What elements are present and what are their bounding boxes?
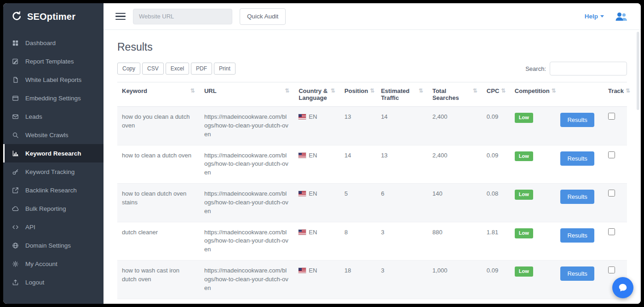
sidebar-item-logout[interactable]: Logout: [3, 273, 104, 291]
country-language-cell: EN: [294, 107, 340, 145]
column-header-keyword[interactable]: Keyword⇅: [117, 82, 200, 107]
sidebar-item-bulk-reporting[interactable]: Bulk Reporting: [3, 199, 104, 218]
competition-cell: Low: [510, 222, 556, 261]
sort-icon: ⇅: [190, 87, 195, 94]
results-page: Results CopyCSVExcelPDFPrint Search: Key…: [104, 30, 641, 304]
track-checkbox[interactable]: [608, 228, 615, 235]
hamburger-menu-icon[interactable]: [115, 13, 126, 20]
estimated-traffic-cell: 13: [376, 145, 428, 184]
track-checkbox[interactable]: [608, 113, 615, 120]
chat-widget-button[interactable]: [612, 277, 633, 298]
export-copy-button[interactable]: Copy: [117, 63, 140, 75]
sidebar-item-keyword-tracking[interactable]: Keyword Tracking: [3, 162, 104, 181]
results-button[interactable]: Results: [560, 266, 594, 281]
api-icon: [12, 223, 19, 231]
search-wrap: Search:: [525, 62, 627, 75]
search-input[interactable]: [550, 62, 627, 75]
url-cell: https://madeincookware.com/blogs/how-to-…: [200, 184, 294, 222]
sidebar-item-domain-settings[interactable]: Domain Settings: [3, 236, 104, 255]
position-cell: 14: [340, 145, 376, 184]
sidebar-item-api[interactable]: API: [3, 218, 104, 236]
competition-badge: Low: [515, 151, 533, 162]
embedding-settings-icon: [12, 94, 19, 102]
total-searches-cell: 140: [428, 184, 482, 222]
sort-icon: ⇅: [501, 87, 506, 94]
sidebar-item-white-label-reports[interactable]: White Label Reports: [3, 70, 104, 89]
competition-badge: Low: [515, 190, 533, 200]
export-pdf-button[interactable]: PDF: [191, 63, 212, 75]
results-button[interactable]: Results: [560, 113, 594, 127]
track-cell: [604, 184, 627, 222]
action-cell: Results: [556, 184, 604, 222]
url-cell: https://madeincookware.com/blogs/how-to-…: [200, 107, 294, 145]
language-code: EN: [309, 190, 317, 197]
cpc-cell: 1.81: [482, 222, 510, 261]
sidebar-item-label: Logout: [25, 279, 44, 286]
sidebar-item-report-templates[interactable]: Report Templates: [3, 52, 104, 70]
us-flag-icon: [299, 191, 306, 196]
us-flag-icon: [299, 230, 306, 235]
column-header-cpc[interactable]: CPC⇅: [482, 82, 510, 107]
brand-name: SEOptimer: [27, 12, 75, 22]
sort-icon: ⇅: [285, 87, 289, 94]
track-checkbox[interactable]: [608, 266, 615, 273]
table-header-row: Keyword⇅URL⇅Country & Language⇅Position⇅…: [117, 82, 627, 107]
sidebar-item-label: Backlink Research: [25, 187, 77, 194]
sidebar: SEOptimer DashboardReport TemplatesWhite…: [3, 3, 104, 304]
total-searches-cell: 880: [428, 299, 482, 304]
competition-cell: Low: [510, 261, 556, 299]
vertical-scrollbar[interactable]: [636, 31, 640, 302]
sidebar-item-embedding-settings[interactable]: Embedding Settings: [3, 89, 104, 107]
column-label: Position: [345, 87, 368, 94]
column-label: Country & Language: [299, 87, 329, 101]
scrollbar-thumb[interactable]: [637, 32, 639, 110]
export-print-button[interactable]: Print: [214, 63, 236, 75]
sort-icon: ⇅: [331, 87, 335, 101]
sidebar-item-keyword-research[interactable]: Keyword Research: [3, 144, 104, 162]
seoptimer-logo-icon: [11, 11, 23, 23]
results-button[interactable]: Results: [560, 151, 594, 166]
results-button[interactable]: Results: [560, 190, 594, 204]
caret-down-icon: [600, 15, 604, 17]
sidebar-item-dashboard[interactable]: Dashboard: [3, 34, 104, 52]
table-row: how to clean a dutch ovenhttps://madeinc…: [117, 145, 627, 184]
column-header-track[interactable]: Track⇅: [604, 82, 627, 107]
column-header-competition[interactable]: Competition⇅: [510, 82, 556, 107]
action-cell: Results: [556, 222, 604, 261]
account-users-icon[interactable]: [614, 12, 629, 22]
competition-cell: Medium: [510, 299, 556, 304]
help-dropdown[interactable]: Help: [585, 13, 604, 20]
position-cell: 8: [340, 222, 376, 261]
position-cell: 18: [340, 261, 376, 299]
sidebar-item-label: API: [25, 224, 35, 231]
us-flag-icon: [299, 114, 306, 119]
sidebar-item-backlink-research[interactable]: Backlink Research: [3, 181, 104, 199]
quick-audit-button[interactable]: Quick Audit: [240, 8, 286, 25]
column-header-position[interactable]: Position⇅: [340, 82, 376, 107]
column-label: Estimated Traffic: [381, 87, 417, 101]
sidebar-item-leads[interactable]: Leads: [3, 107, 104, 126]
sidebar-item-label: Dashboard: [25, 40, 56, 46]
column-header-url[interactable]: URL⇅: [200, 82, 294, 107]
track-checkbox[interactable]: [608, 151, 615, 158]
dashboard-icon: [12, 39, 19, 46]
column-header-total-searches[interactable]: Total Searches⇅: [428, 82, 482, 107]
keyword-tracking-icon: [12, 168, 19, 175]
export-csv-button[interactable]: CSV: [142, 63, 164, 75]
sort-icon: ⇅: [473, 87, 477, 101]
export-excel-button[interactable]: Excel: [166, 63, 189, 75]
cpc-cell: 0.09: [482, 107, 510, 145]
main-area: Quick Audit Help Results: [104, 3, 641, 304]
column-header-estimated-traffic[interactable]: Estimated Traffic⇅: [376, 82, 428, 107]
sidebar-item-my-account[interactable]: My Account: [3, 255, 104, 273]
results-button[interactable]: Results: [560, 228, 594, 243]
url-cell: https://madeincookware.com/blogs/how-to-…: [200, 261, 294, 299]
results-table: Keyword⇅URL⇅Country & Language⇅Position⇅…: [117, 82, 627, 304]
column-header-country-language[interactable]: Country & Language⇅: [294, 82, 340, 107]
track-checkbox[interactable]: [608, 190, 615, 197]
keyword-cell: how do you clean a dutch oven: [117, 107, 200, 145]
brand-logo[interactable]: SEOptimer: [3, 3, 104, 30]
website-url-input[interactable]: [133, 9, 232, 24]
sidebar-item-website-crawls[interactable]: Website Crawls: [3, 126, 104, 144]
sidebar-item-label: Leads: [25, 113, 42, 120]
